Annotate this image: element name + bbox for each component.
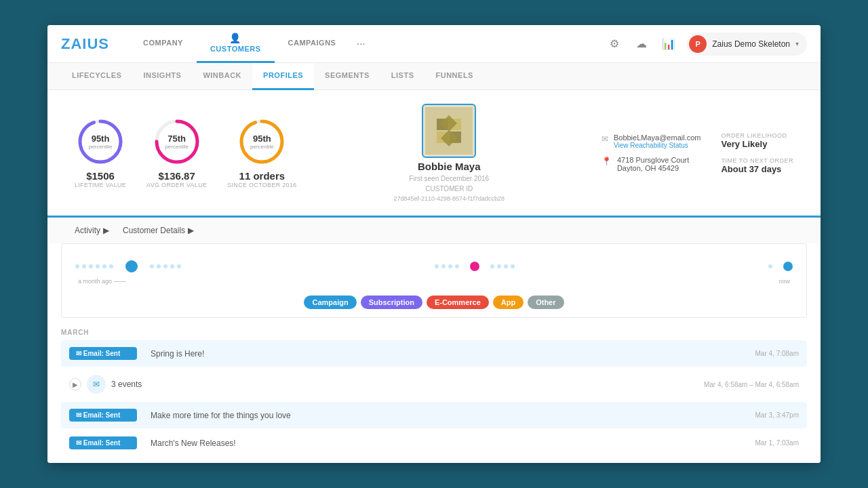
- timeline-label-left: a month ago ——: [78, 278, 126, 285]
- profile-strip: 95th percentile $1506 LIFETIME VALUE 75t…: [47, 90, 821, 218]
- profile-id-label: CUSTOMER ID: [425, 185, 473, 192]
- timeline-dot-18: [504, 264, 508, 268]
- event-desc-3: Make more time for the things you love: [151, 411, 755, 420]
- stat-lifetime: 95th percentile $1506 LIFETIME VALUE: [75, 117, 126, 188]
- nav-items: COMPANY 👤 CUSTOMERS CAMPAIGNS ···: [130, 25, 605, 63]
- timeline-labels: a month ago —— now: [75, 278, 793, 290]
- subnav-lifecycles[interactable]: LIFECYCLES: [61, 63, 132, 90]
- nav-label-campaigns: CAMPAIGNS: [288, 39, 336, 47]
- customers-icon: 👤: [229, 33, 241, 43]
- timeline-dot-4: [96, 264, 100, 268]
- circle-sub-lifetime: percentile: [89, 144, 113, 150]
- cloud-icon[interactable]: ☁: [632, 35, 651, 54]
- circle-avgorder: 75th percentile: [153, 117, 201, 166]
- sub-nav: LIFECYCLES INSIGHTS WINBACK PROFILES SEG…: [47, 63, 821, 90]
- chart-icon[interactable]: 📊: [659, 35, 678, 54]
- stat-orders: 95th percentile 11 orders SINCE OCTOBER …: [227, 117, 296, 188]
- order-section: ORDER LIKELIHOOD Very Likely TIME TO NEX…: [721, 132, 793, 174]
- filter-tag-campaign[interactable]: Campaign: [304, 296, 356, 309]
- timeline-dot-11: [177, 264, 181, 268]
- tab-customer-details[interactable]: Customer Details ▶: [123, 226, 194, 235]
- time-to-order-label: TIME TO NEXT ORDER: [721, 157, 793, 164]
- stat-label-lifetime: LIFETIME VALUE: [75, 182, 126, 188]
- tab-details-arrow: ▶: [188, 226, 194, 235]
- timeline-dot-7: [150, 264, 154, 268]
- grouped-event-icon: ✉: [87, 375, 106, 394]
- timeline-bar: [75, 255, 793, 278]
- event-time-1: Mar 4, 7:08am: [755, 350, 799, 357]
- profile-id-value: 27d845ef-2110-4298-8574-f1f7dadccb28: [393, 195, 505, 202]
- event-time-2: Mar 4, 6:58am – Mar 4, 6:58am: [704, 381, 799, 388]
- activity-section: Activity ▶ Customer Details ▶: [47, 218, 821, 463]
- stat-avgorder: 75th percentile $136.87 AVG ORDER VALUE: [146, 117, 207, 188]
- profile-contact: ✉ BobbieLMaya@email.com View Reachabilit…: [601, 134, 701, 172]
- event-row-3: ✉ Email: Sent Make more time for the thi…: [61, 402, 807, 428]
- stats-section: 95th percentile $1506 LIFETIME VALUE 75t…: [75, 117, 297, 188]
- nav-right: ⚙ ☁ 📊 P Zaius Demo Skeleton ▾: [605, 33, 807, 56]
- profile-avatar-svg: [425, 107, 473, 155]
- subnav-profiles[interactable]: PROFILES: [252, 63, 314, 90]
- filter-tag-ecommerce[interactable]: E-Commerce: [427, 296, 489, 309]
- timeline-dot-16: [490, 264, 494, 268]
- timeline-dot-14: [448, 264, 452, 268]
- stat-value-avgorder: $136.87: [159, 170, 195, 182]
- filter-tag-app[interactable]: App: [493, 296, 524, 309]
- event-count-label: 3 events: [111, 380, 142, 389]
- activity-tabs: Activity ▶ Customer Details ▶: [47, 218, 821, 243]
- time-to-order-block: TIME TO NEXT ORDER About 37 days: [721, 157, 793, 174]
- order-likelihood-value: Very Likely: [721, 139, 793, 149]
- tab-details-label: Customer Details: [123, 226, 185, 235]
- timeline-dot-3: [89, 264, 93, 268]
- circle-sub-orders: percentile: [250, 144, 274, 150]
- user-badge[interactable]: P Zaius Demo Skeleton ▾: [686, 33, 807, 56]
- timeline-container: a month ago —— now Campaign Subscription…: [61, 243, 807, 318]
- profile-seen: First seen December 2016: [409, 175, 489, 182]
- contact-address: 4718 Pursglove Court: [617, 156, 689, 164]
- timeline-dot-15: [455, 264, 459, 268]
- nav-item-campaigns[interactable]: CAMPAIGNS: [275, 25, 350, 63]
- event-badge-4: ✉ Email: Sent: [69, 436, 137, 449]
- logo[interactable]: ZAIUS: [61, 35, 109, 53]
- subnav-winback[interactable]: WINBACK: [192, 63, 252, 90]
- subnav-segments[interactable]: SEGMENTS: [314, 63, 380, 90]
- circle-main-avgorder: 75th: [165, 134, 189, 144]
- nav-item-company[interactable]: COMPANY: [130, 25, 197, 63]
- circle-orders: 95th percentile: [237, 117, 286, 166]
- expand-btn-2[interactable]: ▶: [69, 378, 81, 390]
- timeline-dot-20: [768, 264, 772, 268]
- filter-tag-other[interactable]: Other: [528, 296, 564, 309]
- app-container: ZAIUS COMPANY 👤 CUSTOMERS CAMPAIGNS ··· …: [47, 25, 821, 463]
- nav-label-company: COMPANY: [143, 39, 183, 47]
- timeline-dot-1: [75, 264, 79, 268]
- subnav-insights[interactable]: INSIGHTS: [132, 63, 192, 90]
- stat-value-orders: 11 orders: [239, 170, 285, 182]
- circle-sub-avgorder: percentile: [165, 144, 189, 150]
- nav-item-customers[interactable]: 👤 CUSTOMERS: [197, 25, 275, 63]
- event-row-1: ✉ Email: Sent Spring is Here! Mar 4, 7:0…: [61, 340, 807, 367]
- contact-address-block: 4718 Pursglove Court Dayton, OH 45429: [617, 156, 689, 172]
- circle-text-avgorder: 75th percentile: [165, 134, 189, 150]
- tab-activity[interactable]: Activity ▶: [75, 226, 109, 235]
- stat-value-lifetime: $1506: [86, 170, 115, 182]
- contact-city: Dayton, OH 45429: [617, 164, 689, 172]
- timeline-dot-10: [170, 264, 174, 268]
- event-count-icon-2: ✉ 3 events: [87, 375, 155, 394]
- stat-label-avgorder: AVG ORDER VALUE: [146, 182, 207, 188]
- event-row-4: ✉ Email: Sent March's New Releases! Mar …: [61, 430, 807, 456]
- timeline-dot-8: [157, 264, 161, 268]
- event-desc-1: Spring is Here!: [151, 349, 755, 359]
- user-chevron: ▾: [795, 40, 799, 47]
- subnav-funnels[interactable]: FUNNELS: [425, 63, 484, 90]
- settings-icon[interactable]: ⚙: [605, 35, 624, 54]
- email-icon: ✉: [601, 134, 608, 144]
- event-time-3: Mar 3, 3:47pm: [755, 411, 799, 419]
- circle-main-orders: 95th: [250, 134, 274, 144]
- filter-tag-subscription[interactable]: Subscription: [361, 296, 422, 309]
- profile-name: Bobbie Maya: [418, 161, 481, 172]
- nav-more[interactable]: ···: [349, 38, 372, 50]
- circle-lifetime: 95th percentile: [76, 117, 125, 166]
- subnav-lists[interactable]: LISTS: [380, 63, 425, 90]
- tab-activity-label: Activity: [75, 226, 100, 235]
- reachability-link[interactable]: View Reachability Status: [614, 142, 701, 149]
- event-badge-3: ✉ Email: Sent: [69, 409, 137, 422]
